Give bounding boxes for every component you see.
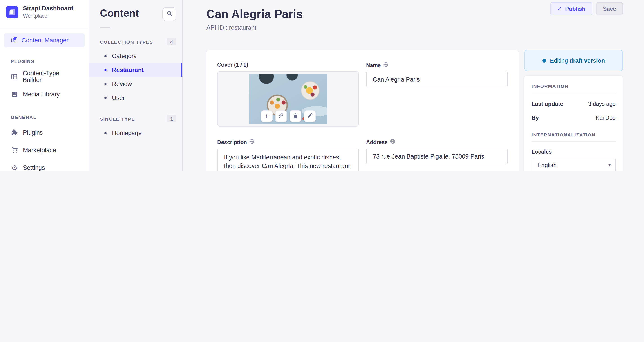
section-heading: GENERAL [0,114,88,120]
subnav-item-label: Category [112,53,137,59]
field-label: Address [366,139,388,145]
content-subnav: Content COLLECTION TYPES 4 Category [89,0,182,171]
edit-form-card: Cover (1 / 1) + [206,50,518,171]
status-dot-icon [542,59,546,62]
strapi-dashboard: Strapi Dashboard Workplace Content Manag… [0,0,644,171]
brand-subtitle: Workplace [23,13,74,19]
picture-icon [11,91,18,98]
bullet-icon [104,97,106,99]
subnav-item-category[interactable]: Category [89,49,182,63]
sidebar-section-plugins: PLUGINS Content-Type Builder Media Libra… [0,59,88,103]
subnav-item-label: User [112,95,125,101]
sidebar-item-marketplace[interactable]: Marketplace [0,141,88,159]
save-button[interactable]: Save [596,2,623,15]
link-icon [278,112,284,120]
divider [532,93,616,93]
layout-icon [11,73,18,80]
divider [0,27,88,28]
name-input[interactable] [366,72,508,87]
add-media-button[interactable]: + [260,110,272,122]
feather-pen-icon [11,36,18,44]
copy-link-button[interactable] [275,110,287,122]
section-heading: SINGLE TYPE [100,116,135,121]
information-card: INFORMATION Last update 3 days ago By Ka… [524,76,623,171]
cover-field: Cover (1 / 1) + [217,62,359,126]
editing-status-banner: Editing draft version [524,50,623,71]
sidebar-section-general: GENERAL Plugins Marketplace ⚙ Settings [0,114,88,171]
trash-icon [292,112,298,120]
chevron-down-icon: ▾ [608,162,611,167]
internationalization-heading: INTERNATIONALIZATION [532,132,616,137]
address-field: Address [366,139,508,164]
subnav-item-homepage[interactable]: Homepage [89,126,182,140]
description-textarea[interactable]: If you like Mediterranean and exotic dis… [217,149,359,171]
subnav-item-label: Review [112,81,132,87]
field-label: Cover (1 / 1) [217,62,248,68]
sidebar-item-plugins[interactable]: Plugins [0,124,88,141]
strapi-logo-icon [6,6,18,19]
puzzle-icon [11,129,18,136]
locales-label: Locales [532,149,616,155]
count-badge: 4 [167,38,176,46]
delete-media-button[interactable] [290,110,301,122]
plus-icon: + [264,112,268,120]
sidebar-item-label: Media Library [23,91,60,98]
field-label: Description [217,139,247,145]
subnav-item-review[interactable]: Review [89,77,182,91]
pencil-icon [307,112,312,120]
sidebar-item-content-type-builder[interactable]: Content-Type Builder [0,68,88,86]
cart-icon [11,147,18,153]
name-field: Name [366,62,508,87]
sidebar-item-label: Plugins [23,129,43,136]
search-icon [166,10,172,18]
sidebar-item-label: Settings [23,164,45,171]
sidebar-item-media-library[interactable]: Media Library [0,86,88,103]
locale-select[interactable]: English ▾ [532,157,616,171]
sidebar-item-label: Content-Type Builder [23,70,78,84]
globe-icon [249,139,254,145]
check-icon: ✓ [557,6,562,12]
globe-icon [383,62,388,68]
section-heading: PLUGINS [0,59,88,64]
edit-media-button[interactable] [304,110,316,122]
main-area: Can Alegria Paris API ID : restaurant ✓ … [182,0,644,171]
subnav-item-label: Restaurant [112,67,144,73]
gear-icon: ⚙ [11,163,18,171]
single-type-section: SINGLE TYPE 1 Homepage [89,115,182,140]
brand-title: Strapi Dashboard [23,5,74,13]
bullet-icon [104,55,106,57]
information-heading: INFORMATION [532,83,616,89]
bullet-icon [104,83,106,85]
divider [100,28,110,28]
section-heading: COLLECTION TYPES [100,39,153,44]
last-update-row: Last update 3 days ago [532,101,616,107]
description-field: Description If you like Mediterranean an… [217,139,359,171]
globe-icon [390,139,395,145]
subnav-title: Content [100,7,139,19]
side-panel: Editing draft version INFORMATION Last u… [524,50,623,171]
sidebar-item-label: Marketplace [23,147,56,153]
divider [532,141,616,142]
sidebar-item-content-manager[interactable]: Content Manager [4,33,84,47]
sidebar-item-settings[interactable]: ⚙ Settings [0,159,88,171]
by-row: By Kai Doe [532,115,616,121]
publish-button[interactable]: ✓ Publish [550,2,592,15]
collection-types-section: COLLECTION TYPES 4 Category Restaurant R… [89,38,182,105]
bullet-icon [104,69,106,71]
subnav-item-user[interactable]: User [89,91,182,105]
main-sidebar: Strapi Dashboard Workplace Content Manag… [0,0,89,171]
subnav-item-label: Homepage [112,130,142,136]
subnav-item-restaurant[interactable]: Restaurant [89,63,182,77]
cover-dropzone[interactable]: + [217,71,359,126]
address-input[interactable] [366,149,508,164]
count-badge: 1 [167,115,176,122]
sidebar-item-label: Content Manager [22,37,68,44]
brand: Strapi Dashboard Workplace [0,0,88,24]
cover-image: + [249,74,327,124]
bullet-icon [104,132,106,134]
search-button[interactable] [162,7,176,21]
api-id-subtitle: API ID : restaurant [206,24,623,31]
field-label: Name [366,62,381,68]
